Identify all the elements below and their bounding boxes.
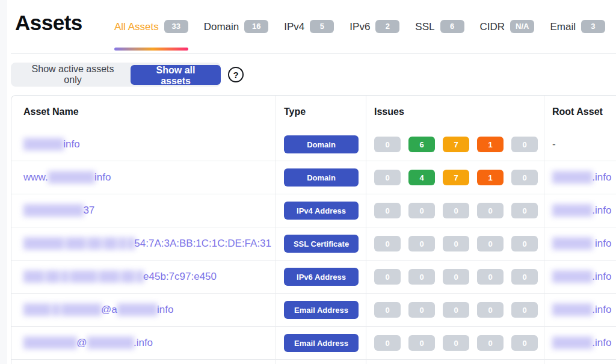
tab-count-badge: 3: [581, 20, 605, 33]
issue-count-badge: 0: [511, 137, 538, 152]
show-active-assets-button[interactable]: Show active assets only: [23, 64, 123, 85]
asset-name-link[interactable]: █████████37: [23, 205, 94, 217]
visible-text: .info: [592, 171, 611, 183]
visible-text: @: [76, 337, 87, 348]
asset-type-badge: Email Address: [284, 334, 359, 352]
issue-count-badge: 0: [511, 302, 538, 318]
redacted-text: ██████: [552, 205, 592, 216]
issue-count-badge: 0: [511, 170, 538, 185]
active-tab-underline: [114, 48, 188, 51]
issue-count-badge: 0: [443, 335, 469, 351]
tab[interactable]: IPv6 2: [350, 0, 399, 53]
tab[interactable]: Domain 16: [204, 0, 269, 53]
root-asset-cell: -: [544, 128, 616, 161]
redacted-text: ██████: [552, 171, 592, 183]
tab-label: Domain: [204, 22, 239, 32]
issue-count-badge: 0: [374, 203, 401, 218]
root-asset-cell: ██████.info: [544, 327, 616, 359]
visible-text: e45b:7c97:e450: [143, 271, 217, 282]
issue-count-badge: 0: [408, 269, 435, 285]
asset-name-cell: ████████@███████.info: [11, 327, 276, 359]
issue-count-badge: 0: [443, 302, 469, 318]
table-row: ████████@███████.info Email Address 0000…: [11, 326, 616, 359]
asset-name-cell: ██████info: [11, 128, 276, 161]
asset-name-link[interactable]: www.███████info: [23, 171, 111, 184]
visible-text: .info: [592, 337, 611, 348]
asset-type-badge: Domain: [284, 168, 359, 187]
table-header-row: Asset Name Type Issues Root Asset: [11, 96, 616, 128]
redacted-text: ████ █ ██████: [23, 304, 101, 315]
visible-text: .info: [592, 304, 611, 315]
redacted-text: ███████: [48, 171, 94, 183]
visible-text: www.: [23, 171, 48, 183]
tab[interactable]: IPv4 5: [284, 0, 334, 53]
issue-count-badge: 0: [477, 203, 504, 218]
redacted-text: ██████: [23, 138, 63, 150]
table-row: www.███████info Domain 04710 ██████.info: [11, 161, 616, 194]
issue-count-badge: 0: [374, 335, 401, 351]
asset-type-badge: IPv6 Address: [284, 268, 359, 286]
asset-name-link[interactable]: ████ █ ██████@a██████info: [23, 304, 173, 316]
issue-count-badge: 6: [408, 137, 435, 152]
visible-text: 54:7A:3A:BB:1C:1C:DE:FA:31: [134, 238, 271, 249]
visible-text: info: [94, 171, 111, 183]
issue-count-badge: 7: [443, 170, 469, 185]
help-icon[interactable]: ?: [228, 67, 244, 82]
redacted-text: ██████: [117, 304, 157, 315]
root-asset-cell: [544, 360, 616, 364]
asset-name-link[interactable]: ████████@███████.info: [23, 337, 153, 349]
tab-count-badge: 2: [375, 20, 399, 33]
visible-text: @a: [101, 304, 117, 315]
issue-count-badge: 0: [408, 335, 435, 351]
visible-text: -: [552, 138, 556, 150]
issue-count-badge: 0: [443, 203, 469, 218]
asset-type-badge: IPv4 Address: [284, 202, 359, 220]
asset-name-link[interactable]: ██████info: [23, 138, 80, 150]
issues-cell: 00000: [366, 227, 544, 260]
tab[interactable]: CIDR N/A: [480, 0, 535, 53]
visible-text: 37: [83, 205, 94, 216]
issue-count-badge: 0: [477, 302, 504, 318]
root-asset-link[interactable]: ██████.info: [552, 304, 611, 316]
asset-name-link[interactable]: ██████ ███ ██ ██ █ █54:7A:3A:BB:1C:1C:DE…: [23, 238, 271, 250]
visible-text: .info: [134, 337, 153, 348]
tab-count-badge: 16: [244, 20, 268, 33]
table-row: ██████info Domain 06710 -: [11, 128, 616, 161]
type-cell: IPv4 Address: [276, 194, 366, 227]
redacted-text: ██████: [552, 304, 592, 315]
tab[interactable]: SSL 6: [415, 0, 464, 53]
type-cell: SSL Certificate: [276, 227, 366, 260]
redacted-text: ███████: [87, 337, 134, 348]
issues-cell: 00000: [366, 327, 544, 359]
root-asset-cell: ██████.info: [544, 194, 616, 227]
root-asset-link[interactable]: ██████.info: [552, 271, 611, 283]
issue-count-badge: 0: [477, 335, 504, 351]
page-gutter: [0, 0, 7, 364]
root-asset-link[interactable]: ██████.info: [552, 205, 611, 217]
asset-name-link[interactable]: ███ ██ █ ████ ███ ██ █e45b:7c97:e450: [23, 271, 217, 283]
root-asset-link[interactable]: ██████ info: [552, 238, 611, 250]
root-asset-link: -: [552, 138, 556, 150]
visible-text: info: [157, 304, 173, 315]
tab-label: All Assets: [114, 22, 159, 32]
redacted-text: ███ ██ █ ████ ███ ██ █: [23, 271, 143, 282]
root-asset-cell: ██████.info: [544, 261, 616, 293]
issues-cell: 06710: [366, 128, 544, 161]
root-asset-link[interactable]: ██████.info: [552, 337, 611, 349]
asset-type-badge: Domain: [284, 135, 359, 153]
issue-count-badge: 0: [408, 302, 435, 318]
issue-count-badge: 7: [443, 137, 469, 152]
asset-name-cell: ██████ ███ ██ ██ █ █54:7A:3A:BB:1C:1C:DE…: [11, 227, 276, 260]
table-row: [11, 359, 616, 364]
tab-label: CIDR: [480, 22, 505, 32]
column-header-issues: Issues: [366, 96, 544, 128]
tab[interactable]: All Assets 33: [114, 0, 188, 53]
show-all-assets-button[interactable]: Show all assets: [131, 65, 221, 85]
tab[interactable]: Email 3: [550, 0, 605, 53]
type-cell: Email Address: [276, 294, 366, 326]
issue-count-badge: 0: [443, 269, 469, 285]
issue-count-badge: 1: [477, 170, 504, 185]
tab-count-badge: N/A: [510, 20, 534, 33]
issue-count-badge: 1: [477, 137, 504, 152]
root-asset-link[interactable]: ██████.info: [552, 171, 611, 184]
